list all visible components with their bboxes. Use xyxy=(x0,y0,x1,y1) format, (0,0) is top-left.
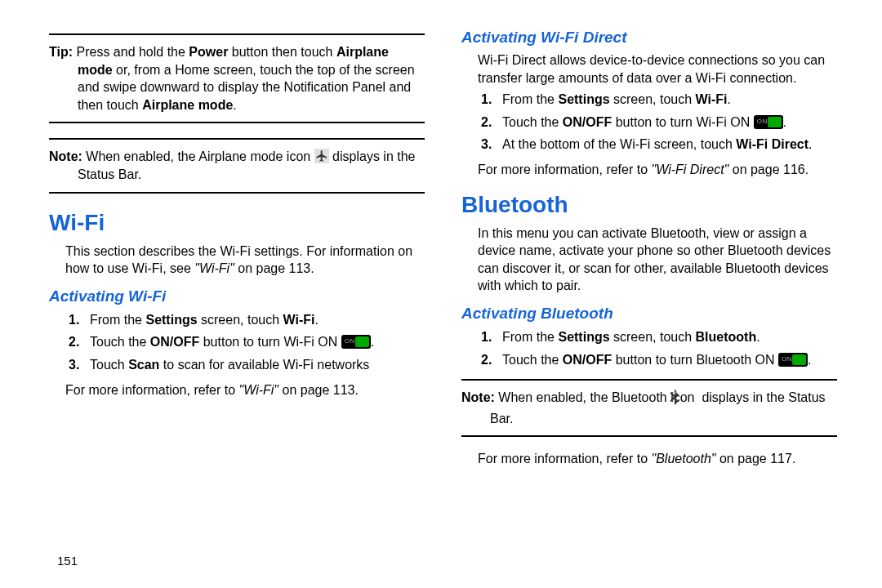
step-2: 2. Touch the ON/OFF button to turn Bluet… xyxy=(461,351,837,369)
airplane-icon xyxy=(314,149,329,163)
step-1: 1. From the Settings screen, touch Wi-Fi… xyxy=(461,91,837,109)
text: For more information, refer to xyxy=(478,163,652,176)
tip-label: Tip: xyxy=(49,45,73,59)
step-text: From the Settings screen, touch Wi-Fi. xyxy=(90,311,318,329)
step-num: 1. xyxy=(481,328,502,346)
tip-bold: Power xyxy=(189,45,228,59)
step-text: Touch Scan to scan for available Wi-Fi n… xyxy=(90,356,369,374)
note-label: Note: xyxy=(461,390,495,404)
bluetooth-intro: In this menu you can activate Bluetooth,… xyxy=(461,225,837,295)
bt-note-block: Note: When enabled, the Bluetooth icon d… xyxy=(461,385,837,430)
text: on page 117. xyxy=(715,452,795,466)
note-block: Note: When enabled, the Airplane mode ic… xyxy=(49,145,425,186)
right-column: Activating Wi-Fi Direct Wi-Fi Direct all… xyxy=(461,29,837,568)
bluetooth-heading: Bluetooth xyxy=(461,192,837,218)
more-info: For more information, refer to "Wi-Fi Di… xyxy=(461,161,837,179)
rule xyxy=(49,138,425,140)
wifi-direct-intro: Wi-Fi Direct allows device-to-device con… xyxy=(461,51,837,87)
ref-italic: "Wi-Fi Direct" xyxy=(652,163,729,176)
on-toggle-icon xyxy=(778,353,808,367)
text: For more information, refer to xyxy=(65,383,239,397)
ref-italic: "Bluetooth" xyxy=(652,452,716,466)
note-text: When enabled, the Bluetooth icon xyxy=(498,390,698,404)
more-info: For more information, refer to "Wi-Fi" o… xyxy=(49,381,425,399)
ref-italic: "Wi-Fi" xyxy=(239,383,279,397)
tip-text: button then touch xyxy=(228,45,336,59)
page-number: 151 xyxy=(49,539,425,568)
text: on page 113. xyxy=(234,261,314,275)
step-2: 2. Touch the ON/OFF button to turn Wi-Fi… xyxy=(461,114,837,131)
step-2: 2. Touch the ON/OFF button to turn Wi-Fi… xyxy=(49,333,425,351)
step-3: 3. At the bottom of the Wi-Fi screen, to… xyxy=(461,136,837,154)
rule xyxy=(461,379,837,381)
step-text: From the Settings screen, touch Bluetoot… xyxy=(502,328,760,346)
left-column: Tip: Press and hold the Power button the… xyxy=(49,29,425,568)
activating-bluetooth-heading: Activating Bluetooth xyxy=(461,305,837,323)
rule xyxy=(49,122,425,123)
manual-page: Tip: Press and hold the Power button the… xyxy=(0,0,882,588)
wifi-direct-heading: Activating Wi-Fi Direct xyxy=(461,29,837,47)
step-num: 1. xyxy=(481,91,502,109)
activating-wifi-heading: Activating Wi-Fi xyxy=(49,287,425,305)
step-num: 2. xyxy=(481,114,502,131)
rule xyxy=(49,33,425,35)
tip-bold: Airplane mode xyxy=(142,98,233,112)
wifi-heading: Wi-Fi xyxy=(49,210,425,236)
ref-italic: "Wi-Fi" xyxy=(194,261,234,275)
tip-text: Press and hold the xyxy=(76,45,189,59)
step-text: Touch the ON/OFF button to turn Bluetoot… xyxy=(502,351,811,369)
wifi-intro: This section describes the Wi-Fi setting… xyxy=(49,243,425,278)
step-text: Touch the ON/OFF button to turn Wi-Fi ON… xyxy=(90,333,374,351)
rule xyxy=(461,435,837,437)
step-num: 1. xyxy=(69,311,90,329)
more-info: For more information, refer to "Bluetoot… xyxy=(461,450,837,468)
step-1: 1. From the Settings screen, touch Wi-Fi… xyxy=(49,311,425,329)
on-toggle-icon xyxy=(341,335,371,349)
note-label: Note: xyxy=(49,149,82,163)
note-text: When enabled, the Airplane mode icon xyxy=(86,149,314,163)
on-toggle-icon xyxy=(754,115,783,129)
tip-text: . xyxy=(233,98,236,112)
step-num: 3. xyxy=(481,136,502,154)
step-text: At the bottom of the Wi-Fi screen, touch… xyxy=(502,136,813,154)
step-num: 3. xyxy=(69,356,90,374)
step-num: 2. xyxy=(69,333,90,351)
step-3: 3. Touch Scan to scan for available Wi-F… xyxy=(49,356,425,374)
step-text: From the Settings screen, touch Wi-Fi. xyxy=(502,91,731,109)
tip-block: Tip: Press and hold the Power button the… xyxy=(49,40,425,117)
tip-text: or, from a Home screen, touch the top of… xyxy=(78,63,415,112)
step-1: 1. From the Settings screen, touch Bluet… xyxy=(461,328,837,346)
text: on page 113. xyxy=(278,383,359,397)
rule xyxy=(49,192,425,194)
text: on page 116. xyxy=(728,163,808,176)
step-text: Touch the ON/OFF button to turn Wi-Fi ON… xyxy=(502,114,786,131)
step-num: 2. xyxy=(481,351,502,369)
text: For more information, refer to xyxy=(478,452,652,466)
